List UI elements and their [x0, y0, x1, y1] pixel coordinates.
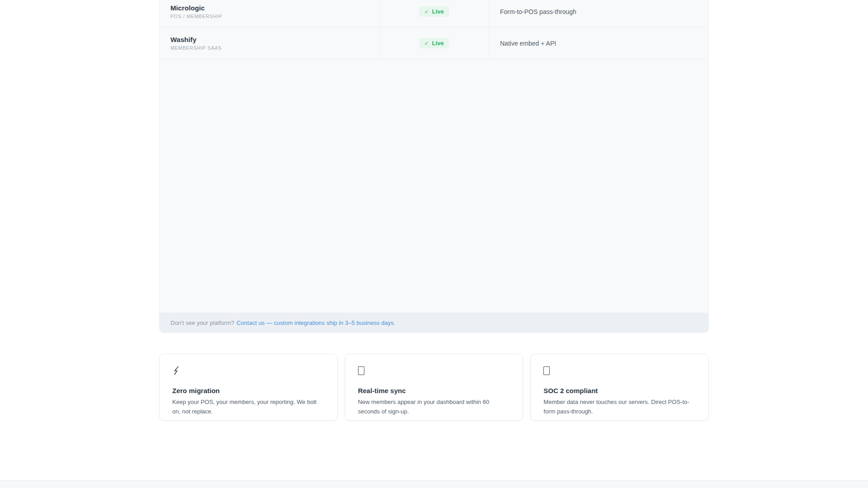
- status-label: Live: [432, 8, 444, 15]
- contact-banner: Don't see your platform? Contact us — cu…: [160, 313, 708, 333]
- platform-cell: Micrologic POS / MEMBERSHIP: [160, 0, 379, 27]
- status-badge: ✓ Live: [419, 6, 448, 17]
- contact-us-link[interactable]: Contact us — custom integrations ship in…: [236, 319, 395, 326]
- table-row: Washify MEMBERSHIP SAAS ✓ Live Native em…: [160, 28, 708, 59]
- feature-cards-row: Zero migration Keep your POS, your membe…: [159, 354, 709, 421]
- description-cell: Form-to-POS pass-through: [489, 0, 708, 27]
- status-cell: ✓ Live: [379, 28, 489, 59]
- status-cell: ✓ Live: [379, 0, 489, 27]
- feature-card-realtime-sync: Real-time sync New members appear in you…: [345, 354, 524, 421]
- lightning-icon: [172, 366, 326, 375]
- contact-prompt: Don't see your platform?: [170, 319, 234, 326]
- integration-description: Form-to-POS pass-through: [500, 8, 708, 15]
- check-icon: ✓: [424, 40, 429, 47]
- description-cell: Native embed + API: [489, 28, 708, 59]
- feature-body: New members appear in your dashboard wit…: [358, 398, 511, 417]
- feature-card-soc2: SOC 2 compliant Member data never touche…: [530, 354, 709, 421]
- placeholder-square-icon: [358, 366, 511, 375]
- content-container: Micrologic POS / MEMBERSHIP ✓ Live Form-…: [159, 0, 709, 421]
- platform-name: Micrologic: [170, 4, 379, 12]
- placeholder-square-icon: [543, 366, 697, 375]
- check-icon: ✓: [424, 9, 429, 15]
- integrations-panel: Micrologic POS / MEMBERSHIP ✓ Live Form-…: [159, 0, 709, 333]
- table-empty-area: [160, 59, 708, 313]
- status-badge: ✓ Live: [419, 38, 448, 48]
- platform-cell: Washify MEMBERSHIP SAAS: [160, 28, 379, 59]
- feature-body: Member data never touches our servers. D…: [543, 398, 697, 417]
- integration-description: Native embed + API: [500, 40, 708, 47]
- feature-card-zero-migration: Zero migration Keep your POS, your membe…: [159, 354, 338, 421]
- status-label: Live: [432, 40, 444, 47]
- table-row: Micrologic POS / MEMBERSHIP ✓ Live Form-…: [160, 0, 708, 28]
- page-footer: [0, 480, 868, 488]
- feature-title: Real-time sync: [358, 387, 511, 394]
- feature-title: SOC 2 compliant: [543, 387, 697, 394]
- platform-category: MEMBERSHIP SAAS: [170, 45, 379, 51]
- feature-body: Keep your POS, your members, your report…: [172, 398, 326, 417]
- feature-title: Zero migration: [172, 387, 326, 394]
- platform-name: Washify: [170, 36, 379, 43]
- platform-category: POS / MEMBERSHIP: [170, 14, 379, 19]
